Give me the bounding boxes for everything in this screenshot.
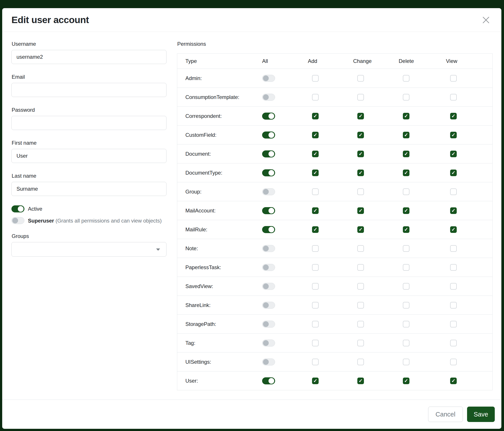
permission-view-checkbox[interactable] [450,226,457,233]
permission-delete-checkbox[interactable] [403,132,409,138]
permission-change-checkbox[interactable] [357,75,364,81]
permission-change-checkbox[interactable] [357,132,364,138]
permission-view-checkbox[interactable] [450,75,457,81]
permission-add-checkbox[interactable] [312,377,319,384]
permission-change-checkbox[interactable] [357,377,364,384]
permission-change-checkbox[interactable] [357,340,364,346]
permission-all-toggle[interactable] [262,377,275,384]
permission-view-checkbox[interactable] [450,283,457,290]
permission-view-checkbox[interactable] [450,340,457,346]
permission-add-checkbox[interactable] [312,226,319,233]
permission-view-checkbox[interactable] [450,321,457,327]
permission-change-checkbox[interactable] [357,359,364,365]
permission-view-checkbox[interactable] [450,189,457,195]
permission-view-checkbox[interactable] [450,377,457,384]
permission-change-checkbox[interactable] [357,283,364,290]
permission-delete-checkbox[interactable] [403,340,409,346]
permission-delete-checkbox[interactable] [403,226,409,233]
permission-add-checkbox[interactable] [312,245,319,252]
permission-add-checkbox[interactable] [312,207,319,214]
last-name-input[interactable] [11,182,166,196]
permission-add-checkbox[interactable] [312,151,319,157]
groups-select[interactable] [11,242,166,257]
password-input[interactable] [11,116,166,130]
permission-change-checkbox[interactable] [357,113,364,119]
permission-add-checkbox[interactable] [312,170,319,176]
permission-change-checkbox[interactable] [357,207,364,214]
permission-change-checkbox[interactable] [357,264,364,271]
permission-add-checkbox[interactable] [312,94,319,100]
permission-all-toggle[interactable] [262,94,275,101]
permission-delete-checkbox[interactable] [403,113,409,119]
permission-view-checkbox[interactable] [450,94,457,100]
permission-add-checkbox[interactable] [312,113,319,119]
permission-all-toggle[interactable] [262,359,275,366]
permission-delete-checkbox[interactable] [403,321,409,327]
permission-all-toggle[interactable] [262,188,275,195]
permission-change-checkbox[interactable] [357,94,364,100]
permission-all-toggle[interactable] [262,150,275,157]
cancel-button[interactable]: Cancel [428,407,463,422]
permission-delete-checkbox[interactable] [403,359,409,365]
permission-all-toggle[interactable] [262,283,275,290]
superuser-toggle[interactable] [11,217,24,224]
permission-all-toggle[interactable] [262,226,275,233]
permission-add-checkbox[interactable] [312,283,319,290]
permission-all-toggle[interactable] [262,113,275,120]
close-button[interactable] [480,14,492,26]
permission-all-toggle[interactable] [262,169,275,176]
permission-view-checkbox[interactable] [450,245,457,252]
permission-add-checkbox[interactable] [312,75,319,81]
permission-change-checkbox[interactable] [357,151,364,157]
permission-delete-checkbox[interactable] [403,283,409,290]
permission-view-checkbox[interactable] [450,264,457,271]
permission-view-checkbox[interactable] [450,170,457,176]
permission-add-checkbox[interactable] [312,359,319,365]
permission-change-checkbox[interactable] [357,226,364,233]
permission-add-checkbox[interactable] [312,189,319,195]
permission-all-toggle[interactable] [262,75,275,82]
permission-view-checkbox[interactable] [450,359,457,365]
first-name-input[interactable] [11,149,166,163]
email-input[interactable] [11,83,166,97]
permission-all-toggle[interactable] [262,132,275,139]
permission-add-checkbox[interactable] [312,321,319,327]
permission-delete-checkbox[interactable] [403,151,409,157]
permission-delete-checkbox[interactable] [403,207,409,214]
permission-delete-checkbox[interactable] [403,170,409,176]
permission-delete-checkbox[interactable] [403,264,409,271]
permission-type-label: PaperlessTask: [185,264,262,270]
permission-all-toggle[interactable] [262,302,275,309]
permission-change-checkbox[interactable] [357,321,364,327]
permission-all-toggle[interactable] [262,207,275,214]
permission-type-label: ShareLink: [185,302,262,308]
toggle-knob [269,227,274,233]
permission-view-checkbox[interactable] [450,207,457,214]
permission-add-checkbox[interactable] [312,264,319,271]
permission-change-checkbox[interactable] [357,170,364,176]
permission-add-checkbox[interactable] [312,302,319,308]
permission-delete-checkbox[interactable] [403,245,409,252]
permission-view-checkbox[interactable] [450,151,457,157]
permission-all-toggle[interactable] [262,264,275,271]
permission-view-checkbox[interactable] [450,302,457,308]
permission-view-checkbox[interactable] [450,113,457,119]
permission-all-toggle[interactable] [262,245,275,252]
permission-all-toggle[interactable] [262,340,275,347]
toggle-knob [12,218,18,224]
permission-change-checkbox[interactable] [357,302,364,308]
permission-delete-checkbox[interactable] [403,75,409,81]
permission-delete-checkbox[interactable] [403,377,409,384]
permission-change-checkbox[interactable] [357,189,364,195]
permission-all-toggle[interactable] [262,321,275,328]
permission-add-checkbox[interactable] [312,340,319,346]
permission-delete-checkbox[interactable] [403,302,409,308]
permission-delete-checkbox[interactable] [403,94,409,100]
save-button[interactable]: Save [467,407,495,422]
permission-add-checkbox[interactable] [312,132,319,138]
username-input[interactable] [11,50,166,64]
permission-view-checkbox[interactable] [450,132,457,138]
permission-delete-checkbox[interactable] [403,189,409,195]
permission-change-checkbox[interactable] [357,245,364,252]
active-toggle[interactable] [11,205,24,212]
